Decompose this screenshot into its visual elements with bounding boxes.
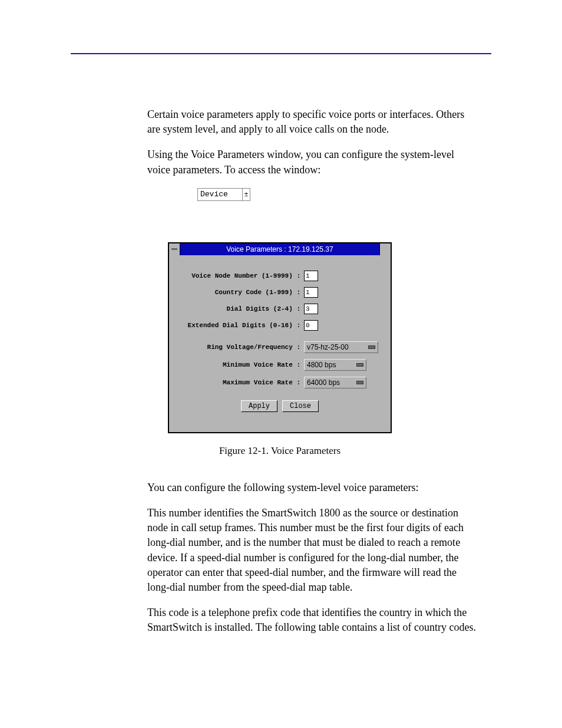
paragraph: This code is a telephone prefix code tha… — [147, 605, 477, 635]
form-row-voice-node-number: Voice Node Number (1-9999) : 1 — [180, 271, 380, 281]
window-menu-icon[interactable] — [169, 243, 180, 255]
select-value: 4800 bps — [307, 361, 336, 369]
field-label: Ring Voltage/Frequency : — [180, 344, 304, 351]
horizontal-rule — [71, 53, 491, 54]
voice-node-number-input[interactable]: 1 — [304, 271, 318, 281]
paragraph: Certain voice parameters apply to specif… — [147, 107, 477, 137]
close-button[interactable]: Close — [282, 400, 319, 412]
min-voice-rate-select[interactable]: 4800 bps — [304, 359, 366, 371]
form-row-max-voice-rate: Maximum Voice Rate : 64000 bps — [180, 377, 380, 388]
dial-digits-input[interactable]: 3 — [304, 304, 318, 314]
device-dropdown-container: Device ± — [197, 188, 491, 201]
document-page: Certain voice parameters apply to specif… — [0, 0, 562, 728]
select-handle-icon — [368, 345, 375, 349]
paragraph: You can configure the following system-l… — [147, 480, 477, 495]
dialog-title: Voice Parameters : 172.19.125.37 — [180, 243, 379, 255]
select-handle-icon — [356, 381, 363, 384]
select-value: 64000 bps — [307, 378, 340, 387]
field-label: Dial Digits (2-4) : — [180, 305, 304, 312]
paragraph: Using the Voice Parameters window, you c… — [147, 147, 477, 177]
window-control-icon[interactable] — [379, 243, 391, 255]
extended-dial-digits-input[interactable]: 0 — [304, 320, 318, 331]
form-row-extended-dial-digits: Extended Dial Digits (0-16) : 0 — [180, 320, 380, 331]
dropdown-arrow-icon: ± — [242, 189, 250, 200]
dialog-button-row: Apply Close — [180, 400, 380, 412]
apply-button[interactable]: Apply — [241, 400, 277, 412]
max-voice-rate-select[interactable]: 64000 bps — [304, 377, 366, 388]
form-row-country-code: Country Code (1-999) : 1 — [180, 287, 380, 298]
field-label: Maximum Voice Rate : — [180, 379, 304, 386]
dialog-body: Voice Node Number (1-9999) : 1 Country C… — [169, 255, 391, 432]
select-value: v75-hz-25-00 — [307, 343, 349, 351]
device-dropdown-label: Device — [198, 190, 242, 199]
field-label: Extended Dial Digits (0-16) : — [180, 322, 304, 329]
dialog-figure: Voice Parameters : 172.19.125.37 Voice N… — [168, 242, 392, 433]
field-label: Minimum Voice Rate : — [180, 361, 304, 368]
field-label: Country Code (1-999) : — [180, 289, 304, 296]
form-row-min-voice-rate: Minimum Voice Rate : 4800 bps — [180, 359, 380, 371]
form-row-dial-digits: Dial Digits (2-4) : 3 — [180, 304, 380, 314]
country-code-input[interactable]: 1 — [304, 287, 318, 298]
ring-voltage-select[interactable]: v75-hz-25-00 — [304, 341, 378, 353]
field-label: Voice Node Number (1-9999) : — [180, 272, 304, 279]
figure-caption: Figure 12-1. Voice Parameters — [168, 445, 392, 457]
device-dropdown[interactable]: Device ± — [197, 188, 250, 201]
voice-parameters-dialog: Voice Parameters : 172.19.125.37 Voice N… — [168, 242, 392, 433]
select-handle-icon — [356, 363, 363, 367]
paragraph: This number identifies the SmartSwitch 1… — [147, 506, 477, 595]
dialog-titlebar: Voice Parameters : 172.19.125.37 — [169, 243, 391, 255]
form-row-ring-voltage: Ring Voltage/Frequency : v75-hz-25-00 — [180, 341, 380, 353]
